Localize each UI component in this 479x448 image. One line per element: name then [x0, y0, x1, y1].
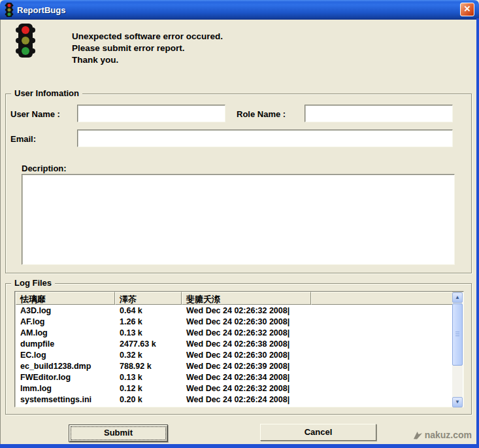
reportbugs-dialog: ReportBugs ✕ Unexpected software error o… [0, 0, 479, 448]
log-files-legend: Log Files [11, 278, 55, 288]
file-size: 0.32 k [115, 351, 182, 360]
file-name: ec_build1238.dmp [16, 362, 115, 371]
log-files-list: 怯璃靡 澤苶 斐膔夭漈 A3D.log 0.64 k Wed Dec 24 02… [14, 291, 464, 407]
table-row[interactable]: AM.log 0.13 k Wed Dec 24 02:26:32 2008| [16, 327, 452, 338]
file-date: Wed Dec 24 02:26:30 2008| [182, 317, 289, 326]
window-title: ReportBugs [17, 5, 65, 15]
role-name-label: Role Name : [237, 109, 286, 119]
file-date: Wed Dec 24 02:26:30 2008| [182, 351, 289, 360]
email-input[interactable] [77, 129, 453, 147]
traffic-light-icon [5, 3, 14, 17]
error-message-line2: Please submit error report. [72, 43, 223, 54]
column-header-size[interactable]: 澤苶 [115, 292, 182, 305]
file-name: dumpfile [16, 339, 115, 349]
error-message-line3: Thank you. [72, 54, 223, 66]
column-header-name[interactable]: 怯璃靡 [16, 292, 115, 305]
title-bar[interactable]: ReportBugs ✕ [0, 0, 479, 20]
file-size: 788.92 k [115, 362, 182, 371]
watermark-text: nakuz.com [425, 430, 472, 440]
table-row[interactable]: dumpfile 2477.63 k Wed Dec 24 02:26:38 2… [16, 338, 452, 349]
scroll-up-icon[interactable]: ▲ [452, 292, 463, 303]
vertical-scrollbar[interactable]: ▲ ▼ [452, 292, 463, 407]
log-files-rows: A3D.log 0.64 k Wed Dec 24 02:26:32 2008|… [16, 305, 452, 406]
column-header-date[interactable]: 斐膔夭漈 [182, 292, 311, 305]
file-size: 2477.63 k [115, 339, 182, 349]
file-date: Wed Dec 24 02:26:38 2008| [182, 339, 289, 349]
watermark: nakuz.com [413, 430, 472, 440]
table-row[interactable]: systemsettings.ini 0.20 k Wed Dec 24 02:… [16, 394, 452, 405]
window-border-bottom [0, 444, 479, 448]
email-label: Email: [10, 134, 36, 144]
file-name: FWEditor.log [16, 373, 115, 382]
window-border-right [476, 18, 479, 448]
file-name: EC.log [16, 351, 115, 360]
window-border-left [0, 20, 1, 448]
nakuz-logo-icon [413, 430, 423, 440]
error-message: Unexpected software error occured. Pleas… [72, 31, 223, 66]
file-name: AM.log [16, 328, 115, 337]
traffic-light-icon-large [16, 24, 35, 58]
file-date: Wed Dec 24 02:26:24 2008| [182, 395, 289, 404]
file-name: AF.log [16, 317, 115, 326]
scrollbar-thumb[interactable] [452, 303, 463, 366]
table-row[interactable]: lmm.log 0.12 k Wed Dec 24 02:26:32 2008| [16, 383, 452, 394]
user-name-label: User Name : [10, 109, 60, 119]
file-name: lmm.log [16, 384, 115, 393]
scroll-down-icon[interactable]: ▼ [452, 397, 463, 407]
table-row[interactable]: A3D.log 0.64 k Wed Dec 24 02:26:32 2008| [16, 305, 452, 316]
cancel-button[interactable]: Cancel [260, 424, 376, 441]
error-message-line1: Unexpected software error occured. [72, 31, 223, 43]
file-date: Wed Dec 24 02:26:39 2008| [182, 362, 289, 371]
table-row[interactable]: ec_build1238.dmp 788.92 k Wed Dec 24 02:… [16, 360, 452, 371]
description-textarea[interactable] [22, 174, 455, 265]
file-date: Wed Dec 24 02:26:32 2008| [182, 384, 289, 393]
file-name: A3D.log [16, 306, 115, 315]
user-information-legend: User Infomation [11, 88, 82, 98]
file-date: Wed Dec 24 02:26:34 2008| [182, 373, 289, 382]
submit-button[interactable]: Submit [69, 424, 168, 442]
table-row[interactable]: AF.log 1.26 k Wed Dec 24 02:26:30 2008| [16, 316, 452, 327]
file-name: systemsettings.ini [16, 395, 115, 404]
file-size: 0.13 k [115, 328, 182, 337]
file-size: 0.64 k [115, 306, 182, 315]
close-button[interactable]: ✕ [460, 3, 474, 16]
file-size: 0.12 k [115, 384, 182, 393]
file-date: Wed Dec 24 02:26:32 2008| [182, 306, 289, 315]
file-size: 0.13 k [115, 373, 182, 382]
role-name-input[interactable] [305, 105, 453, 122]
file-size: 0.20 k [115, 395, 182, 404]
table-row[interactable]: EC.log 0.32 k Wed Dec 24 02:26:30 2008| [16, 349, 452, 360]
column-header-filler [311, 292, 453, 305]
file-date: Wed Dec 24 02:26:32 2008| [182, 328, 289, 337]
table-row[interactable]: FWEditor.log 0.13 k Wed Dec 24 02:26:34 … [16, 371, 452, 383]
description-label: Decription: [22, 164, 67, 173]
user-name-input[interactable] [77, 105, 225, 122]
file-size: 1.26 k [115, 317, 182, 326]
